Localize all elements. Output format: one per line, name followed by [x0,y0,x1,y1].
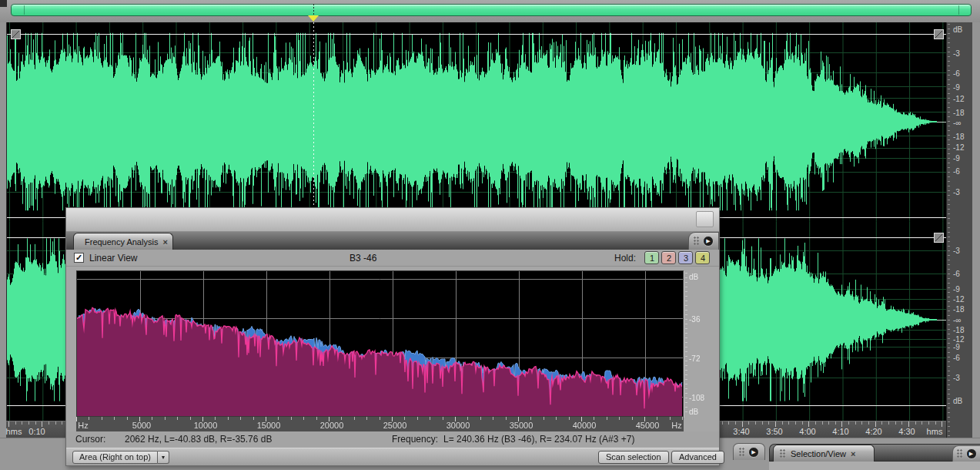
audio-editor-window: hms0:103:403:504:004:104:204:30hms dB-3-… [0,0,980,470]
amplitude-ruler-labels-item: -9 [953,83,960,92]
spectrum-x-labels-item: Hz [671,421,681,430]
amplitude-ruler-labels-item: -6 [953,69,960,78]
frequency-analysis-tab-label: Frequency Analysis [85,237,158,247]
spectrum-y-ticks [685,273,687,416]
spectrum-x-labels-item: 35000 [510,421,533,430]
overview-scrollbar[interactable] [11,4,972,16]
amplitude-ruler-labels-item: -12 [953,143,964,152]
tab-frequency-analysis[interactable]: Frequency Analysis × [73,233,173,250]
panel-menu-icon[interactable]: ▶ [703,236,714,247]
amplitude-ruler-labels-item: -9 [953,343,960,351]
timeline-labels-item: 4:00 [799,427,815,436]
scan-selection-button[interactable]: Scan selection [598,451,669,464]
hold-button-3[interactable]: 3 [678,251,693,264]
timeline-labels-item: 3:50 [766,427,782,436]
timeline-labels-item: hms [6,427,22,436]
spectrum-x-labels-item: 20000 [320,421,344,430]
amplitude-ruler-labels-item: -∞ [953,316,961,324]
spectrum-x-labels-item: Hz [78,421,88,430]
timeline-labels-item: 3:40 [733,427,749,436]
frequency-analysis-panel: Frequency Analysis × ▶ ✓ Linear View B3 … [65,207,720,466]
chevron-down-icon[interactable]: ▾ [158,451,169,464]
spectrum-x-labels-item: 25000 [383,421,407,430]
panel-menu-icon[interactable]: ▶ [748,447,759,458]
spectrum-y-labels-item: -108 [689,394,704,402]
frequency-value: L= 240.36 Hz (B3 -46), R= 234.07 Hz (A#3… [443,434,634,445]
linear-view-label: Linear View [89,253,137,264]
amplitude-ruler-labels-item: -18 [953,326,964,334]
spectrum-x-labels-item: 30000 [447,421,470,430]
amplitude-ruler-labels-item: -3 [953,374,960,382]
spectrum-x-axis: Hz50001000015000200002500030000350004000… [76,417,684,431]
spectrum-plot[interactable] [77,271,683,416]
window-corner-notch [0,0,7,7]
amplitude-ruler-labels-item: -12 [953,295,964,304]
cursor-label: Cursor: [75,434,105,445]
hold-button-2[interactable]: 2 [661,251,676,264]
spectrum-y-labels-item: -36 [689,315,700,324]
spectrum-y-labels-item: dB [689,273,698,281]
timeline-labels-item: 4:20 [865,427,881,436]
hidden-panel-nub[interactable]: ▶ [733,443,765,460]
hold-button-4[interactable]: 4 [695,251,710,264]
amplitude-ruler-ticks [948,24,950,440]
close-icon[interactable]: × [162,238,167,246]
amplitude-ruler-labels-item: -18 [953,305,964,314]
playhead-marker-icon[interactable] [308,15,319,22]
amplitude-ruler-labels-item: dB [953,25,962,34]
selection-view-tab-label: Selection/View [791,449,846,458]
cursor-value: 2062 Hz, L=-40.83 dB, R=-35.76 dB [125,434,272,445]
linear-view-checkbox[interactable]: ✓ [74,253,84,263]
panel-grip-icon [694,237,700,246]
amplitude-ruler-labels-item: -6 [953,354,960,362]
panel-header-button[interactable] [696,211,714,227]
amplitude-ruler-labels-item: -9 [953,285,960,294]
amplitude-ruler-labels-item: -9 [953,154,960,163]
note-readout: B3 -46 [350,253,376,264]
spectrum-x-labels-item: 45000 [636,421,660,430]
amplitude-ruler-labels-item: -6 [953,270,960,278]
playhead-overview-line [313,4,314,15]
panel-menu-icon[interactable]: ▶ [966,448,977,459]
amplitude-ruler-labels-item: -3 [953,49,960,58]
amplitude-ruler-labels-item: -18 [953,109,964,117]
spectrum-x-labels-item: 15000 [257,421,281,430]
amplitude-ruler-labels-item: -6 [953,167,960,176]
spectrum-y-labels-item: dB [689,408,698,416]
close-icon[interactable]: × [851,450,855,458]
tab-selection-view[interactable]: Selection/View × [773,445,875,462]
frequency-analysis-tabbar: Frequency Analysis × ▶ [66,232,719,250]
area-dropdown-value[interactable]: Area (Right on top) [72,451,158,464]
timeline-labels-item: 0:10 [28,427,45,436]
frequency-analysis-controls: ✓ Linear View B3 -46 Hold: 1234 [66,250,719,267]
selection-view-tabbar: Selection/View × ▶ [769,444,980,462]
hold-label: Hold: [614,253,636,264]
amplitude-ruler-labels-item: -3 [953,247,960,255]
panel-grip-icon [780,449,786,458]
frequency-analysis-footer: Area (Right on top) ▾ Scan selection Adv… [66,448,719,465]
amplitude-ruler[interactable]: dB-3-6-9-12-18-∞-18-12-9-6-3-3-6-9-12-18… [946,22,972,443]
area-dropdown[interactable]: Area (Right on top) ▾ [72,451,169,464]
amplitude-ruler-labels-item: dB [953,397,962,405]
frequency-analysis-menu-nub[interactable]: ▶ [688,232,719,250]
selection-view-panel-body [769,462,980,470]
frequency-label: Frequency: [392,434,438,445]
timeline-labels-item: 4:30 [898,427,915,436]
amplitude-ruler-labels-item: -3 [953,188,960,196]
amplitude-ruler-labels-item: -12 [953,95,964,103]
panel-grip-icon [739,448,745,457]
timeline-labels-item: hms [927,427,943,436]
amplitude-ruler-labels-item: -∞ [953,119,961,127]
timeline-labels-item: 4:10 [832,427,848,436]
selection-view-menu-nub[interactable]: ▶ [952,445,980,462]
scrollbar-left-cap-divider [24,5,25,15]
panel-grip-icon [957,449,963,458]
spectrum-x-labels-item: 5000 [132,421,151,430]
spectrum-y-labels-item: -72 [689,354,700,363]
panel-header-strip[interactable] [66,208,719,232]
spectrum-x-labels-item: 40000 [573,421,597,430]
top-chrome-strip [0,0,980,22]
advanced-button[interactable]: Advanced [671,451,724,464]
hold-button-1[interactable]: 1 [644,251,659,264]
frequency-status-row: Cursor: 2062 Hz, L=-40.83 dB, R=-35.76 d… [66,431,719,448]
